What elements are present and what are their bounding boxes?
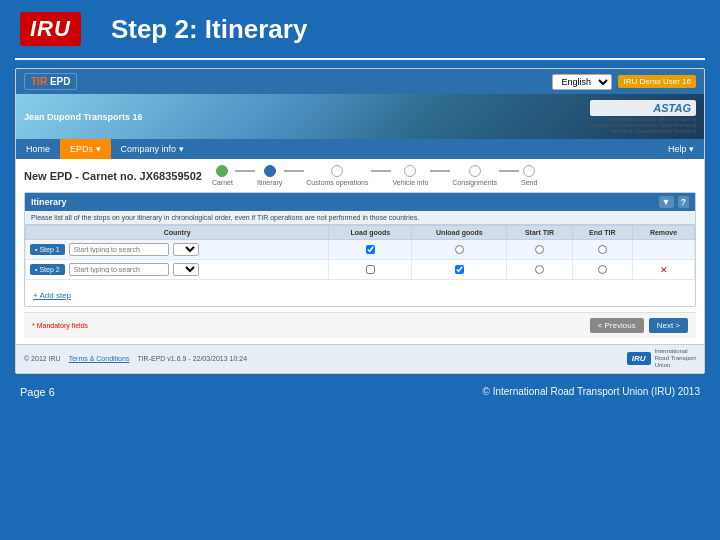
- epd-title: New EPD - Carnet no. JX68359502: [24, 170, 202, 182]
- table-row: • Step 1: [26, 240, 695, 260]
- step-line-1: [235, 170, 255, 172]
- col-end-tir: End TIR: [572, 226, 633, 240]
- iru-small-badge: IRU: [627, 352, 651, 365]
- step2-country-select[interactable]: [173, 263, 199, 276]
- step1-start-tir-radio[interactable]: [535, 245, 544, 254]
- version-text: TIR-EPD v1.6.9 - 22/03/2013 10:24: [137, 355, 247, 362]
- itinerary-section: Itinerary ▼ ? Please list all of the sto…: [24, 192, 696, 307]
- col-remove: Remove: [633, 226, 695, 240]
- step-ind-customs: Customs operations: [306, 165, 368, 186]
- step-ind-vehicle: Vehicle info: [393, 165, 429, 186]
- step1-remove-cell: [633, 240, 695, 260]
- nav-home[interactable]: Home: [16, 139, 60, 159]
- step1-unload-radio[interactable]: [455, 245, 464, 254]
- step2-unload-checkbox[interactable]: [455, 265, 464, 274]
- table-row: • Step 2: [26, 260, 695, 280]
- step-label-3: Customs operations: [306, 179, 368, 186]
- step-line-3: [371, 170, 391, 172]
- page-number: Page 6: [20, 386, 55, 398]
- step-indicators: Carnet Itinerary Customs operations: [212, 165, 538, 186]
- itinerary-help-icon[interactable]: ?: [678, 196, 690, 208]
- step1-end-tir-cell: [572, 240, 633, 260]
- step-label-4: Vehicle info: [393, 179, 429, 186]
- nav-help[interactable]: Help ▾: [658, 139, 704, 159]
- itinerary-icons: ▼ ?: [659, 196, 689, 208]
- step-label-2: Itinerary: [257, 179, 282, 186]
- step1-country-cell: • Step 1: [26, 240, 329, 260]
- step-line-4: [430, 170, 450, 172]
- browser-container: TIR EPD English IRU Demo User 16 Jean Du…: [15, 68, 705, 374]
- step-dot-2: [264, 165, 276, 177]
- astag-logo: ASTAG: [590, 100, 696, 116]
- mandatory-note: * Mandatory fields: [32, 322, 88, 329]
- step-dot-3: [331, 165, 343, 177]
- nav-buttons: < Previous Next >: [590, 318, 688, 333]
- step2-start-tir-cell: [507, 260, 572, 280]
- col-start-tir: Start TIR: [507, 226, 572, 240]
- iru-footer-text: InternationalRoad TransportUnion: [655, 348, 696, 370]
- step-ind-consignments: Consignments: [452, 165, 497, 186]
- epd-header-right: English IRU Demo User 16: [552, 74, 696, 90]
- previous-button[interactable]: < Previous: [590, 318, 644, 333]
- iru-logo: IRU: [20, 12, 81, 46]
- step2-label: • Step 2: [30, 264, 65, 275]
- content-area: New EPD - Carnet no. JX68359502 Carnet I…: [16, 159, 704, 344]
- page-title: Step 2: Itinerary: [111, 14, 308, 45]
- step2-remove-cell: ✕: [633, 260, 695, 280]
- col-country: Country: [26, 226, 329, 240]
- itinerary-collapse-icon[interactable]: ▼: [659, 196, 674, 208]
- col-unload: Unload goods: [412, 226, 507, 240]
- step-line-5: [499, 170, 519, 172]
- copyright-text: © 2012 IRU: [24, 355, 61, 362]
- step2-end-tir-cell: [572, 260, 633, 280]
- page-footer: Page 6 © International Road Transport Un…: [0, 378, 720, 406]
- step1-start-tir-cell: [507, 240, 572, 260]
- browser-bottom-bar: © 2012 IRU Terms & Conditions TIR-EPD v1…: [16, 344, 704, 373]
- next-button[interactable]: Next >: [649, 318, 688, 333]
- step-label-6: Send: [521, 179, 537, 186]
- nav-epds[interactable]: EPDs ▾: [60, 139, 111, 159]
- language-select[interactable]: English: [552, 74, 612, 90]
- step2-remove-icon[interactable]: ✕: [660, 265, 668, 275]
- bottom-links: © 2012 IRU Terms & Conditions TIR-EPD v1…: [24, 355, 247, 362]
- step-label-1: Carnet: [212, 179, 233, 186]
- epd-top-bar: TIR EPD English IRU Demo User 16: [16, 69, 704, 94]
- step2-end-tir-radio[interactable]: [598, 265, 607, 274]
- step-ind-carnet: Carnet: [212, 165, 233, 186]
- iru-footer-logo: IRU InternationalRoad TransportUnion: [627, 348, 696, 370]
- step1-country-input[interactable]: [69, 243, 169, 256]
- col-load: Load goods: [329, 226, 412, 240]
- itinerary-table: Country Load goods Unload goods Start TI…: [25, 225, 695, 280]
- form-footer: * Mandatory fields < Previous Next >: [24, 312, 696, 338]
- add-step-row: + Add step: [25, 280, 695, 306]
- epd-text: EPD: [50, 76, 71, 87]
- step2-country-cell: • Step 2: [26, 260, 329, 280]
- nav-company-info[interactable]: Company info ▾: [111, 139, 194, 159]
- step2-load-checkbox[interactable]: [366, 265, 375, 274]
- step1-load-cell: [329, 240, 412, 260]
- step1-load-checkbox[interactable]: [366, 245, 375, 254]
- mandatory-label-text: Mandatory fields: [37, 322, 88, 329]
- company-name: Jean Dupond Transports 16: [24, 112, 143, 122]
- step-ind-send: Send: [521, 165, 537, 186]
- step2-start-tir-radio[interactable]: [535, 265, 544, 274]
- user-badge: IRU Demo User 16: [618, 75, 696, 88]
- page-copyright: © International Road Transport Union (IR…: [483, 386, 700, 397]
- header-divider: [15, 58, 705, 60]
- browser-window: TIR EPD English IRU Demo User 16 Jean Du…: [15, 68, 705, 374]
- itinerary-description: Please list all of the stops on your iti…: [25, 211, 695, 225]
- itinerary-header: Itinerary ▼ ?: [25, 193, 695, 211]
- step-dot-5: [469, 165, 481, 177]
- step1-end-tir-radio[interactable]: [598, 245, 607, 254]
- step1-country-select[interactable]: [173, 243, 199, 256]
- add-step-button[interactable]: + Add step: [33, 291, 71, 300]
- step1-unload-cell: [412, 240, 507, 260]
- terms-link[interactable]: Terms & Conditions: [69, 355, 130, 362]
- step1-label: • Step 1: [30, 244, 65, 255]
- step2-unload-cell: [412, 260, 507, 280]
- step-line-2: [284, 170, 304, 172]
- step2-country-input[interactable]: [69, 263, 169, 276]
- epd-title-row: New EPD - Carnet no. JX68359502 Carnet I…: [24, 165, 696, 186]
- itinerary-title: Itinerary: [31, 197, 67, 207]
- step-dot-1: [216, 165, 228, 177]
